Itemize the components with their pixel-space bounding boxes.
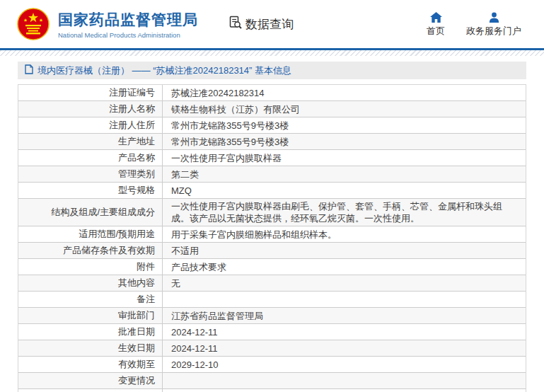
table-row: 批准日期2024-12-11	[18, 324, 526, 340]
table-row: 变更情况	[18, 373, 526, 389]
nav-home[interactable]: 首页	[427, 11, 445, 38]
row-value: 苏械注准20242182314	[163, 85, 526, 100]
row-label: 批准日期	[18, 324, 163, 340]
table-row: 备注	[18, 292, 526, 308]
row-value: 详情	[163, 389, 526, 392]
header-nav: 首页 政务服务门户	[427, 11, 527, 38]
row-label: 结构及组成/主要组成成分	[18, 199, 163, 226]
row-value: 用于采集子宫内膜细胞样品和组织样本。	[163, 226, 526, 242]
table-row: 管理类别第二类	[18, 166, 526, 183]
nav-gov-portal[interactable]: 政务服务门户	[466, 11, 521, 38]
national-emblem-logo	[17, 8, 50, 40]
nav-home-label: 首页	[427, 25, 445, 38]
data-query-icon	[228, 15, 243, 33]
site-subtitle: National Medical Products Administration	[58, 31, 198, 39]
row-value: MZQ	[163, 183, 526, 198]
table-row: 产品储存条件及有效期不适用	[18, 243, 526, 259]
row-label: 生产地址	[18, 134, 163, 149]
table-row: 生产地址常州市龙锦路355号9号楼3楼	[18, 134, 526, 150]
row-label: 其他内容	[18, 275, 163, 291]
data-query-section[interactable]: 数据查询	[228, 15, 294, 33]
row-label: 适用范围/预期用途	[18, 226, 163, 242]
row-label: 生效日期	[18, 340, 163, 356]
row-label: 注	[18, 389, 163, 392]
table-row: 有效期至2029-12-10	[18, 357, 526, 373]
home-icon	[430, 11, 442, 23]
row-label: 产品储存条件及有效期	[18, 243, 163, 258]
table-row: 适用范围/预期用途用于采集子宫内膜细胞样品和组织样本。	[18, 226, 526, 243]
striped-band	[0, 50, 544, 56]
row-value: 镁格生物科技（江苏）有限公司	[163, 101, 526, 117]
table-row: 注册人住所常州市龙锦路355号9号楼3楼	[18, 117, 526, 134]
row-label: 附件	[18, 259, 163, 275]
row-value: 产品技术要求	[163, 259, 526, 275]
table-row: 注册人名称镁格生物科技（江苏）有限公司	[18, 101, 526, 117]
breadcrumb: 境内医疗器械（注册） —— “苏械注准20242182314” 基本信息	[18, 62, 526, 79]
row-value: 第二类	[163, 166, 526, 182]
row-label: 备注	[18, 292, 163, 307]
row-value: 常州市龙锦路355号9号楼3楼	[163, 134, 526, 149]
data-query-label: 数据查询	[245, 16, 294, 33]
table-row: 产品名称一次性使用子宫内膜取样器	[18, 150, 526, 166]
breadcrumb-text: 境内医疗器械（注册） —— “苏械注准20242182314” 基本信息	[37, 64, 291, 77]
row-value: 不适用	[163, 243, 526, 258]
row-value: 常州市龙锦路355号9号楼3楼	[163, 117, 526, 133]
document-icon	[25, 64, 33, 76]
row-value: 无	[163, 275, 526, 291]
row-value: 2029-12-10	[163, 357, 526, 372]
row-value: 一次性使用子宫内膜取样器由刷毛、保护管、套管、手柄、芯管、金属杆和珠头组成。该产…	[163, 199, 526, 226]
row-label: 管理类别	[18, 166, 163, 182]
user-icon	[489, 11, 499, 23]
row-label: 注册人住所	[18, 117, 163, 133]
row-value	[163, 373, 526, 388]
row-value: 江苏省药品监督管理局	[163, 308, 526, 323]
row-label: 审批部门	[18, 308, 163, 323]
row-label: 型号规格	[18, 183, 163, 198]
row-label: 产品名称	[18, 150, 163, 166]
nav-gov-portal-label: 政务服务门户	[466, 25, 521, 38]
table-row: 其他内容无	[18, 275, 526, 292]
main-content: 境内医疗器械（注册） —— “苏械注准20242182314” 基本信息 注册证…	[18, 62, 526, 392]
site-header: 国家药品监督管理局 National Medical Products Admi…	[0, 0, 544, 48]
table-row: 型号规格MZQ	[18, 183, 526, 199]
table-row: 注册证编号苏械注准20242182314	[18, 85, 526, 101]
row-label: 注册人名称	[18, 101, 163, 117]
info-table: 注册证编号苏械注准20242182314注册人名称镁格生物科技（江苏）有限公司注…	[18, 84, 526, 392]
site-title-block: 国家药品监督管理局 National Medical Products Admi…	[58, 10, 198, 39]
row-value: 2024-12-11	[163, 340, 526, 356]
table-row: 审批部门江苏省药品监督管理局	[18, 308, 526, 324]
site-title: 国家药品监督管理局	[58, 10, 198, 30]
row-value: 一次性使用子宫内膜取样器	[163, 150, 526, 166]
row-label: 变更情况	[18, 373, 163, 388]
table-row: 结构及组成/主要组成成分一次性使用子宫内膜取样器由刷毛、保护管、套管、手柄、芯管…	[18, 199, 526, 226]
row-label: 注册证编号	[18, 85, 163, 100]
table-row: 附件产品技术要求	[18, 259, 526, 275]
row-value: 2024-12-11	[163, 324, 526, 340]
table-row: 生效日期2024-12-11	[18, 340, 526, 357]
row-label: 有效期至	[18, 357, 163, 372]
row-value	[163, 292, 526, 307]
table-row: 注详情	[18, 389, 526, 392]
